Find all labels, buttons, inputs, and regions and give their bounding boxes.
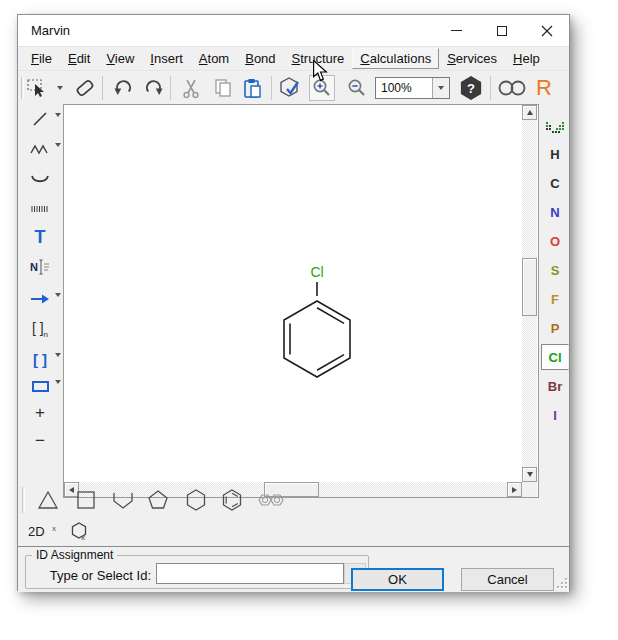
copy-button[interactable] (210, 75, 236, 101)
chain-dropdown[interactable] (55, 147, 61, 165)
rectangle-dropdown[interactable] (55, 384, 61, 402)
atom-button-c[interactable]: C (541, 170, 569, 196)
menu-file[interactable]: File (23, 48, 60, 69)
atom-label-tool[interactable]: N (30, 257, 50, 277)
arrow-dropdown[interactable] (55, 297, 61, 315)
redo-button[interactable] (141, 75, 167, 101)
menu-atom[interactable]: Atom (191, 48, 237, 69)
zoom-level-combobox[interactable]: 100% (375, 77, 450, 99)
clean-structure-button[interactable]: x (69, 521, 89, 541)
minimize-button[interactable] (434, 15, 479, 46)
vertical-scrollbar[interactable] (522, 105, 537, 482)
atom-button-s[interactable]: S (541, 257, 569, 283)
atom-button-o[interactable]: O (541, 228, 569, 254)
menu-bond[interactable]: Bond (237, 48, 283, 69)
dimension-label[interactable]: 2D (28, 524, 45, 539)
single-bond-tool[interactable] (30, 109, 50, 129)
atom-button-cl[interactable]: Cl (541, 344, 569, 370)
arrow-up-icon (527, 110, 533, 115)
minus-charge-tool[interactable]: − (30, 431, 50, 451)
cyclopentadiene-ring-icon (110, 487, 136, 513)
plus-charge-tool[interactable]: + (30, 403, 50, 423)
zoom-level-value: 100% (376, 78, 432, 98)
resize-grip[interactable] (557, 578, 569, 590)
rgroup-button[interactable]: R (530, 73, 558, 103)
chevron-down-icon (55, 380, 61, 401)
dimension-superscript: x (52, 524, 56, 533)
menu-calculations[interactable]: Calculations (352, 48, 439, 69)
atom-button-p[interactable]: P (541, 315, 569, 341)
scroll-down-button[interactable] (522, 467, 537, 482)
template-benzene[interactable] (218, 486, 246, 514)
template-cyclohexane[interactable] (182, 486, 210, 514)
arrow-tool[interactable] (30, 289, 50, 309)
chevron-down-icon (55, 113, 61, 134)
scroll-right-button[interactable] (507, 482, 522, 497)
scroll-up-button[interactable] (522, 105, 537, 120)
single-bond-dropdown[interactable] (55, 117, 61, 135)
atom-button-n[interactable]: N (541, 199, 569, 225)
text-tool-icon: T (35, 227, 46, 248)
vertical-scroll-thumb[interactable] (522, 258, 537, 316)
menu-help[interactable]: Help (505, 48, 548, 69)
cyclobutane-ring-icon (73, 487, 99, 513)
close-button[interactable] (524, 15, 569, 46)
template-cyclopropane[interactable] (34, 486, 62, 514)
check-structure-button[interactable] (277, 75, 303, 101)
atom-button-h[interactable]: H (541, 141, 569, 167)
rectangle-tool[interactable] (30, 376, 50, 396)
redo-icon (142, 76, 166, 100)
maximize-icon (497, 26, 507, 36)
atom-button-f[interactable]: F (541, 286, 569, 312)
atom-button-i[interactable]: I (541, 402, 569, 428)
atom-button-br[interactable]: Br (541, 373, 569, 399)
arc-tool[interactable] (30, 169, 50, 189)
title-bar[interactable]: Marvin (18, 15, 569, 47)
minus-charge-icon: − (35, 431, 45, 451)
menu-view[interactable]: View (98, 48, 142, 69)
atom-label-icon: N (30, 257, 50, 277)
id-field-label: Type or Select Id: (47, 568, 151, 583)
close-icon (541, 25, 553, 37)
paste-button[interactable] (240, 75, 266, 101)
ok-button[interactable]: OK (351, 568, 444, 591)
repeat-bracket-tool[interactable]: [ ]n (30, 319, 50, 339)
toolbar-separator (271, 76, 272, 100)
menu-services[interactable]: Services (439, 48, 505, 69)
zoom-out-button[interactable] (344, 75, 370, 101)
selection-tool-button[interactable] (24, 75, 50, 101)
molecule-chlorobenzene: Cl (64, 105, 522, 482)
naphthalene-ring-icon (255, 487, 289, 513)
id-assignment-panel: ID Assignment Type or Select Id: OK Canc… (18, 546, 569, 592)
bracket-icon: [ ] (33, 351, 47, 368)
template-cyclopentane[interactable] (144, 486, 172, 514)
paste-icon (241, 76, 265, 100)
cancel-button[interactable]: Cancel (461, 568, 554, 591)
menu-insert[interactable]: Insert (142, 48, 191, 69)
maximize-button[interactable] (479, 15, 524, 46)
cut-button[interactable] (178, 75, 204, 101)
zoom-level-dropdown[interactable] (432, 78, 449, 98)
template-cyclopentadiene[interactable] (109, 486, 137, 514)
template-toolbar-grip[interactable] (22, 487, 25, 513)
ring-templates-button[interactable] (496, 75, 528, 101)
template-naphthalene[interactable] (254, 486, 290, 514)
periodic-table-button[interactable] (541, 115, 569, 141)
atom-symbol: H (550, 147, 559, 162)
menu-edit[interactable]: Edit (60, 48, 98, 69)
template-cyclobutane[interactable] (72, 486, 100, 514)
ok-label: OK (388, 572, 407, 587)
minimize-icon (451, 30, 462, 31)
selection-tool-dropdown[interactable] (54, 75, 66, 101)
arrow-right-icon (512, 487, 517, 493)
undo-button[interactable] (110, 75, 136, 101)
bracket-tool[interactable]: [ ] (30, 349, 50, 369)
multicenter-tool[interactable] (30, 199, 50, 219)
eraser-button[interactable] (72, 75, 98, 101)
id-input[interactable] (156, 563, 344, 584)
text-tool[interactable]: T (30, 227, 50, 247)
bracket-dropdown[interactable] (55, 357, 61, 375)
chain-tool[interactable] (30, 139, 50, 159)
drawing-canvas[interactable]: Cl (64, 105, 522, 482)
arrow-icon (30, 293, 50, 305)
